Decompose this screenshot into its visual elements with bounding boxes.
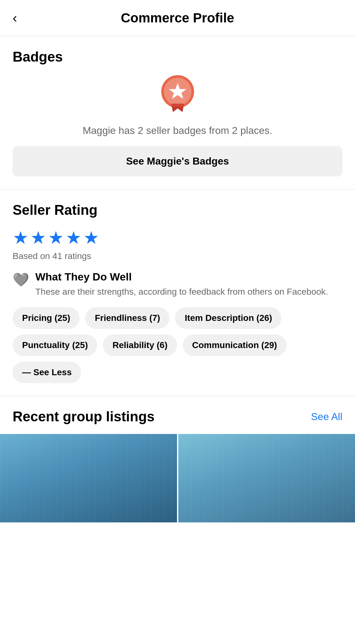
stars-container: ★ ★ ★ ★ ★ <box>13 227 342 248</box>
star-1: ★ <box>13 227 28 248</box>
do-well-description: These are their strengths, according to … <box>35 286 328 298</box>
rating-count: Based on 41 ratings <box>13 251 342 261</box>
seller-rating-section: Seller Rating ★ ★ ★ ★ ★ Based on 41 rati… <box>0 190 355 396</box>
do-well-section: 🩶 What They Do Well These are their stre… <box>13 271 342 298</box>
listings-grid <box>0 434 355 522</box>
tag-friendliness[interactable]: Friendliness (7) <box>85 307 169 329</box>
tag-punctuality[interactable]: Punctuality (25) <box>13 334 97 356</box>
listing-image-2[interactable] <box>178 434 355 522</box>
star-2: ★ <box>30 227 46 248</box>
star-5: ★ <box>83 227 99 248</box>
badges-section: Badges Maggie has 2 seller badges from 2… <box>0 36 355 190</box>
do-well-text: What They Do Well These are their streng… <box>35 271 328 298</box>
see-badges-button[interactable]: See Maggie's Badges <box>13 146 342 177</box>
badges-title: Badges <box>13 49 342 65</box>
tag-pricing[interactable]: Pricing (25) <box>13 307 80 329</box>
badge-icon <box>157 74 198 115</box>
recent-listings-header: Recent group listings See All <box>0 396 355 434</box>
badge-icon-container <box>13 74 342 115</box>
see-less-button[interactable]: — See Less <box>13 362 81 383</box>
tag-reliability[interactable]: Reliability (6) <box>103 334 177 356</box>
back-button[interactable]: ‹ <box>13 11 17 25</box>
tag-communication[interactable]: Communication (29) <box>183 334 287 356</box>
star-3: ★ <box>48 227 64 248</box>
tag-item-description[interactable]: Item Description (26) <box>175 307 281 329</box>
header: ‹ Commerce Profile <box>0 0 355 36</box>
see-all-button[interactable]: See All <box>311 411 342 423</box>
svg-rect-3 <box>171 104 184 107</box>
do-well-title: What They Do Well <box>35 271 328 283</box>
heart-icon: 🩶 <box>13 272 29 287</box>
listing-image-1[interactable] <box>0 434 177 522</box>
seller-rating-title: Seller Rating <box>13 202 342 218</box>
star-4: ★ <box>66 227 81 248</box>
recent-listings-section: Recent group listings See All <box>0 396 355 522</box>
tags-container: Pricing (25) Friendliness (7) Item Descr… <box>13 307 342 383</box>
badge-description: Maggie has 2 seller badges from 2 places… <box>13 125 342 136</box>
recent-listings-title: Recent group listings <box>13 409 155 424</box>
page-title: Commerce Profile <box>121 10 234 26</box>
